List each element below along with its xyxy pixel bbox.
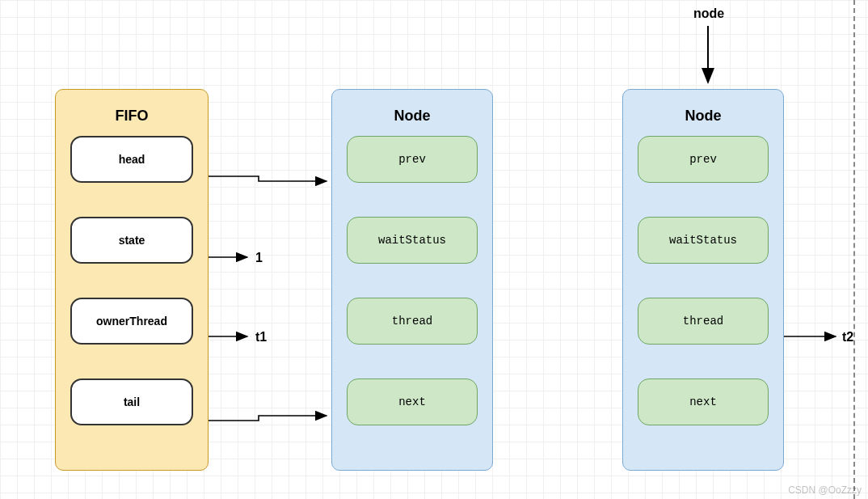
node2-slot-next: next — [638, 378, 769, 425]
fifo-panel: FIFO head state ownerThread tail — [55, 89, 209, 471]
fifo-slot-ownerThread: ownerThread — [70, 298, 193, 345]
watermark: CSDN @OoZzzy — [788, 484, 862, 496]
fifo-title: FIFO — [70, 108, 193, 125]
label-node-pointer: node — [693, 6, 724, 21]
page-boundary-dashed — [853, 0, 855, 499]
arrow-head-to-node1 — [209, 176, 327, 181]
node2-title: Node — [638, 108, 769, 125]
fifo-slot-tail: tail — [70, 378, 193, 425]
node1-title: Node — [347, 108, 478, 125]
node1-slot-thread: thread — [347, 298, 478, 345]
node2-panel: Node prev waitStatus thread next — [622, 89, 784, 471]
node1-slot-waitStatus: waitStatus — [347, 217, 478, 264]
arrow-tail-to-node1 — [209, 416, 327, 421]
node1-panel: Node prev waitStatus thread next — [331, 89, 493, 471]
node1-slot-next: next — [347, 378, 478, 425]
label-node2-thread-value: t2 — [842, 330, 853, 345]
label-state-value: 1 — [255, 251, 263, 265]
label-ownerThread-value: t1 — [255, 330, 267, 345]
node1-slot-prev: prev — [347, 136, 478, 183]
node2-slot-thread: thread — [638, 298, 769, 345]
fifo-slot-state: state — [70, 217, 193, 264]
node2-slot-prev: prev — [638, 136, 769, 183]
fifo-slot-head: head — [70, 136, 193, 183]
node2-slot-waitStatus: waitStatus — [638, 217, 769, 264]
